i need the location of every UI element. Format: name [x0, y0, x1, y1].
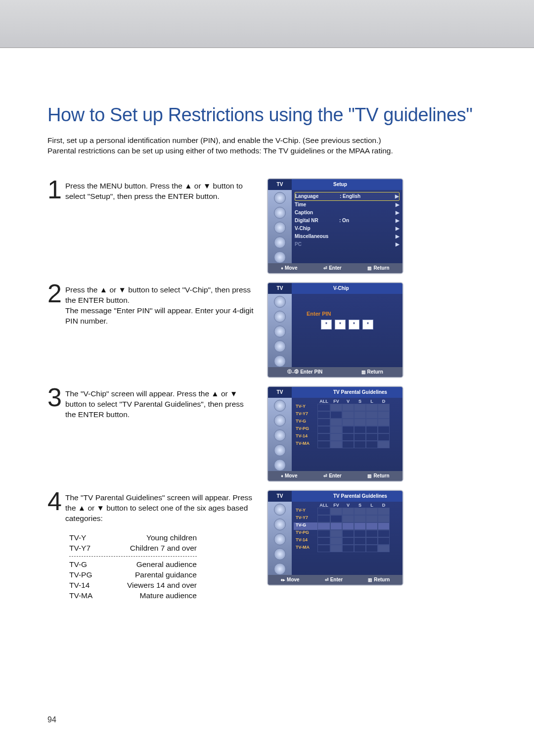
- osd-title: Setup: [292, 179, 402, 190]
- osd-guidelines-1: TVTV Parental Guidelines ALLFVVSLD TV-YT…: [267, 386, 403, 482]
- osd-source-label: TV: [268, 179, 292, 190]
- menu-item-language[interactable]: Language : English ▶: [295, 192, 400, 201]
- grid-cells[interactable]: [317, 404, 400, 448]
- menu-item-vchip[interactable]: V-Chip▶: [295, 225, 400, 233]
- page-title: How to Set up Restrictions using the "TV…: [47, 104, 498, 126]
- step-row-2: 2 Press the ▲ or ▼ button to select "V-C…: [47, 282, 498, 378]
- step-number: 3: [47, 386, 65, 409]
- menu-item-misc[interactable]: Miscellaneous▶: [295, 233, 400, 240]
- intro-text: First, set up a personal identification …: [47, 136, 498, 156]
- step-text: The "V-Chip" screen will appear. Press t…: [65, 386, 255, 420]
- chevron-right-icon: ▶: [395, 193, 399, 199]
- grid-cells[interactable]: [317, 508, 400, 552]
- menu-item-digitalnr[interactable]: Digital NR: On▶: [295, 217, 400, 225]
- osd-side-icons: [268, 190, 292, 263]
- step-text: The "TV Parental Guidelines" screen will…: [65, 490, 255, 524]
- return-icon: ▥: [361, 370, 366, 375]
- ratings-table: TV-YYoung children TV-Y7Children 7 and o…: [69, 533, 197, 602]
- step-text: Press the ▲ or ▼ button to select "V-Chi…: [65, 282, 255, 327]
- osd-setup-screenshot: TV Setup Language : English ▶ Time▶ Capt…: [267, 178, 403, 274]
- step-number: 1: [47, 178, 65, 201]
- step-row-3: 3 The "V-Chip" screen will appear. Press…: [47, 386, 498, 482]
- osd-guidelines-2: TVTV Parental Guidelines ALLFVVSLD TV-YT…: [267, 490, 403, 586]
- grid-ratings: TV-YTV-Y7TV-GTV-PGTV-14TV-MA: [294, 404, 317, 448]
- pin-input[interactable]: ****: [295, 320, 400, 330]
- osd-footer: ♦Move ⏎Enter ▥Return: [268, 263, 402, 273]
- enter-icon: ⏎: [323, 266, 327, 271]
- digits-icon: ⓪..⑨: [287, 369, 299, 375]
- menu-value: : English: [340, 193, 393, 199]
- step-text: Press the MENU button. Press the ▲ or ▼ …: [65, 178, 255, 202]
- menu-item-caption[interactable]: Caption▶: [295, 209, 400, 217]
- return-icon: ▥: [367, 266, 372, 271]
- osd-pin-screenshot: TVV-Chip Enter PIN **** ⓪..⑨Enter PIN ▥R…: [267, 282, 403, 378]
- grid-head: ALLFVVSLD: [317, 399, 400, 404]
- step-number: 2: [47, 282, 65, 305]
- menu-item-pc[interactable]: PC▶: [295, 240, 400, 248]
- step-number: 4: [47, 490, 65, 524]
- step-row-4: 4 The "TV Parental Guidelines" screen wi…: [47, 490, 498, 601]
- enter-pin-label: Enter PIN: [307, 311, 400, 317]
- updown-icon: ♦: [281, 266, 283, 271]
- page-number: 94: [47, 715, 56, 724]
- step-row-1: 1 Press the MENU button. Press the ▲ or …: [47, 178, 498, 274]
- menu-item-time[interactable]: Time▶: [295, 201, 400, 209]
- menu-label: Language: [295, 193, 338, 199]
